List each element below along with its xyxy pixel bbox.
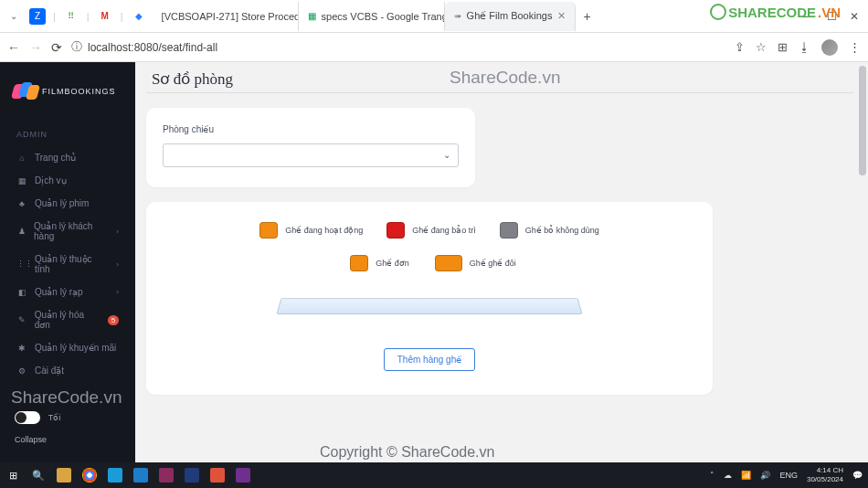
pinned-app-icon[interactable] (205, 462, 230, 488)
legend-swatch-single (350, 255, 368, 271)
wifi-icon[interactable]: 📶 (741, 471, 751, 480)
browser-tab[interactable]: ▦ specs VCBS - Google Trang tính ✕ (299, 2, 445, 31)
services-icon: ▦ (16, 176, 27, 186)
sidebar: FILMBOOKINGS ADMIN ⌂Trang chủ ▦Dịch vụ ♣… (0, 62, 135, 462)
sidebar-item-label: Quản lý khuyến mãi (35, 343, 116, 353)
film-icon: ♣ (16, 199, 27, 208)
sidebar-item-attributes[interactable]: ⋮⋮Quản lý thuộc tính› (0, 248, 135, 281)
jira-icon[interactable]: ◆ (131, 8, 147, 25)
menu-section-header: ADMIN (0, 117, 135, 146)
cinema-icon: ◧ (16, 288, 27, 297)
fetch-icon[interactable]: ⇪ (735, 40, 745, 54)
sidebar-item-home[interactable]: ⌂Trang chủ (0, 146, 135, 169)
tab-label: Ghế Film Bookings (467, 10, 553, 22)
chrome-icon[interactable] (77, 462, 102, 488)
gear-icon: ⚙ (16, 366, 27, 376)
forward-icon[interactable]: → (29, 40, 42, 55)
url-text: localhost:8080/seat/find-all (88, 41, 217, 54)
notifications-icon[interactable]: 💬 (852, 471, 863, 480)
search-icon[interactable]: 🔍 (26, 462, 51, 488)
room-select[interactable]: ⌄ (163, 143, 459, 167)
legend-row-status: Ghế đang hoạt động Ghế đang bảo trì Ghế … (174, 222, 685, 239)
profile-avatar[interactable] (821, 39, 838, 56)
extensions-icon[interactable]: ⊞ (778, 40, 788, 54)
app-icon[interactable]: ⠿ (63, 8, 79, 25)
sidebar-item-label: Quản lý phim (35, 198, 89, 208)
close-icon[interactable]: ✕ (557, 10, 566, 22)
tray-chevron-up-icon[interactable]: ˄ (710, 471, 715, 480)
sidebar-item-cinemas[interactable]: ◧Quản lý rạp› (0, 281, 135, 303)
gmail-icon[interactable]: M (97, 8, 113, 25)
legend-label: Ghế đang hoạt động (285, 226, 363, 235)
seat-map-panel: Ghế đang hoạt động Ghế đang bảo trì Ghế … (146, 202, 713, 395)
sidebar-item-label: Quản lý hóa đơn (35, 310, 101, 330)
collapse-button[interactable]: Collapse (15, 435, 121, 444)
new-tab-button[interactable]: + (576, 9, 598, 24)
chevron-right-icon: › (116, 288, 119, 296)
clock[interactable]: 4:14 CH 30/05/2024 (807, 466, 843, 484)
users-icon: ♟ (16, 227, 26, 236)
address-bar[interactable]: ⓘ localhost:8080/seat/find-all (71, 39, 725, 55)
attributes-icon: ⋮⋮ (16, 260, 27, 269)
browser-toolbar: ← → ⟳ ⓘ localhost:8080/seat/find-all ⇪ ☆… (0, 33, 868, 62)
pinned-app-icon[interactable] (128, 462, 153, 488)
sidebar-item-label: Quản lý rạp (35, 287, 83, 297)
room-select-panel: Phòng chiếu ⌄ (146, 108, 475, 187)
maximize-icon[interactable]: ☐ (827, 10, 837, 23)
pinned-app-icon[interactable] (230, 462, 256, 488)
site-info-icon[interactable]: ⓘ (71, 39, 82, 55)
sidebar-item-services[interactable]: ▦Dịch vụ (0, 169, 135, 192)
sidebar-item-invoices[interactable]: ✎Quản lý hóa đơn5 (0, 303, 135, 336)
chevron-down-icon[interactable]: ⌄ (5, 8, 22, 25)
start-button[interactable]: ⊞ (0, 462, 26, 488)
sidebar-item-label: Dịch vụ (35, 175, 67, 186)
pinned-app-icon[interactable] (179, 462, 205, 488)
sidebar-item-label: Quản lý khách hàng (34, 221, 109, 241)
sidebar-item-label: Cài đặt (35, 366, 64, 376)
date-text: 30/05/2024 (807, 475, 843, 484)
speaker-icon[interactable]: 🔊 (760, 471, 770, 480)
cinema-screen (276, 298, 582, 314)
legend-label: Ghế bỏ không dùng (525, 226, 599, 235)
sidebar-item-films[interactable]: ♣Quản lý phim (0, 192, 135, 215)
chevron-right-icon: › (116, 228, 119, 236)
legend-swatch-active (259, 222, 278, 239)
add-row-button[interactable]: Thêm hàng ghế (384, 348, 476, 371)
brand-logo[interactable]: FILMBOOKINGS (0, 71, 135, 117)
close-window-icon[interactable]: ✕ (850, 10, 859, 23)
sidebar-item-customers[interactable]: ♟Quản lý khách hàng› (0, 215, 135, 248)
pinned-app-icon[interactable] (102, 462, 128, 488)
download-icon[interactable]: ⭳ (799, 40, 810, 54)
language-indicator[interactable]: ENG (779, 471, 798, 480)
pinned-app-icon[interactable] (153, 462, 179, 488)
home-icon: ⌂ (16, 154, 27, 163)
legend-label: Ghế đang bảo trì (412, 226, 476, 235)
legend-label: Ghế ghế đôi (470, 259, 516, 268)
reload-icon[interactable]: ⟳ (51, 40, 62, 55)
legend-swatch-maintenance (386, 222, 405, 239)
sheets-icon: ▦ (308, 11, 316, 21)
badge-count: 5 (108, 315, 119, 325)
bookmark-icon[interactable]: ☆ (756, 40, 767, 54)
main-content: Sơ đồ phòng Phòng chiếu ⌄ Ghế đang hoạt … (135, 62, 868, 462)
windows-taskbar: ⊞ 🔍 ˄ ☁ 📶 🔊 ENG 4:14 CH 30/05/2024 💬 (0, 462, 868, 488)
sidebar-item-label: Trang chủ (35, 153, 76, 163)
cloud-icon[interactable]: ☁ (724, 471, 732, 480)
browser-tab-strip: ⌄ Z | ⠿ | M | ◆ [VCBSOAPI-271] Store Pro… (0, 0, 868, 33)
scrollbar-vertical[interactable] (859, 66, 866, 175)
sidebar-item-promotions[interactable]: ✱Quản lý khuyến mãi (0, 336, 135, 359)
browser-tab[interactable]: [VCBSOAPI-271] Store Procedu... ✕ (153, 2, 299, 31)
back-icon[interactable]: ← (7, 40, 20, 55)
app-icon[interactable]: Z (29, 8, 46, 25)
tab-label: specs VCBS - Google Trang tính (322, 11, 445, 22)
legend-swatch-double (435, 255, 462, 271)
kebab-menu-icon[interactable]: ⋮ (849, 40, 861, 54)
brand-text: FILMBOOKINGS (42, 87, 116, 96)
explorer-icon[interactable] (51, 462, 77, 488)
dark-mode-toggle[interactable] (15, 411, 40, 424)
minimize-icon[interactable]: — (803, 10, 814, 23)
sidebar-item-settings[interactable]: ⚙Cài đặt (0, 359, 135, 382)
browser-tab-active[interactable]: ➠ Ghế Film Bookings ✕ (445, 2, 577, 31)
sidebar-item-label: Quản lý thuộc tính (35, 254, 109, 274)
app-icon: ➠ (454, 11, 461, 21)
